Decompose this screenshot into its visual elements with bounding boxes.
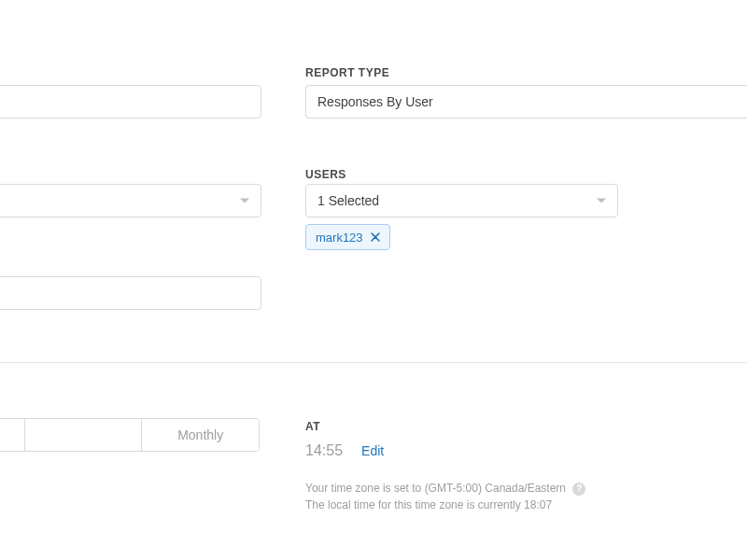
chevron-down-icon <box>597 199 606 203</box>
left-input-1[interactable] <box>0 85 261 119</box>
user-chip: mark123 <box>305 224 390 250</box>
timezone-info: Your time zone is set to (GMT-5:00) Cana… <box>305 480 698 513</box>
report-type-select[interactable]: Responses By User <box>305 85 747 119</box>
users-chips: mark123 <box>305 224 390 250</box>
tz-line1-prefix: Your time zone is set to <box>305 482 425 495</box>
report-type-value: Responses By User <box>317 94 433 109</box>
users-select-summary: 1 Selected <box>317 193 379 208</box>
left-select-1[interactable] <box>0 184 261 217</box>
users-label: USERS <box>305 168 346 181</box>
at-label: AT <box>305 420 320 433</box>
local-time-value: 18:07 <box>524 498 552 511</box>
frequency-option-1[interactable] <box>0 419 25 451</box>
edit-time-link[interactable]: Edit <box>361 443 384 458</box>
chevron-down-icon <box>240 199 249 203</box>
tz-value: (GMT-5:00) Canada/Eastern <box>425 482 566 495</box>
close-icon <box>371 232 380 242</box>
frequency-option-2[interactable] <box>25 419 143 451</box>
help-icon[interactable]: ? <box>572 483 585 496</box>
tz-line2-prefix: The local time for this time zone is cur… <box>305 498 524 511</box>
user-chip-label: mark123 <box>316 231 363 245</box>
report-type-label: REPORT TYPE <box>305 66 389 79</box>
at-row: 14:55 Edit <box>305 442 384 459</box>
users-select[interactable]: 1 Selected <box>305 184 618 217</box>
section-divider <box>0 362 747 363</box>
remove-chip-button[interactable] <box>369 231 382 244</box>
frequency-option-monthly[interactable]: Monthly <box>142 419 259 451</box>
at-time-value: 14:55 <box>305 442 343 459</box>
left-input-2[interactable] <box>0 276 261 310</box>
frequency-segmented[interactable]: Monthly <box>0 418 260 452</box>
